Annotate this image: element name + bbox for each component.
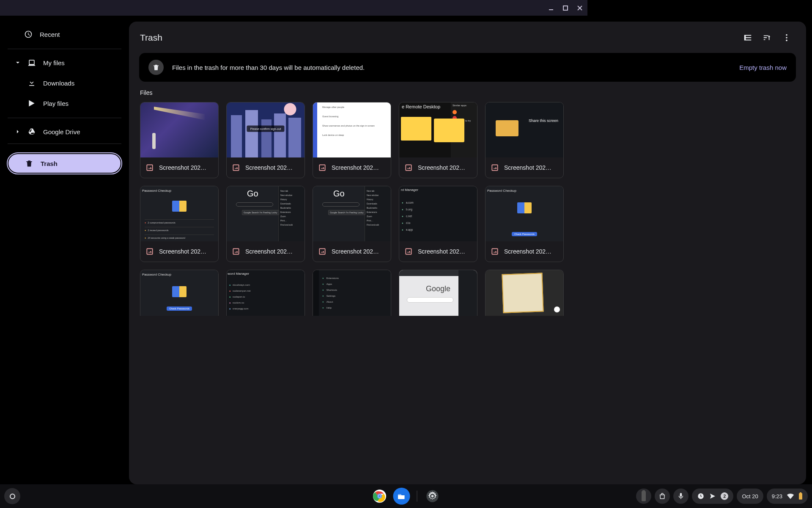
file-card[interactable]: Check PasswordsScreenshot 202…	[485, 186, 564, 262]
sidebar-label: My files	[43, 59, 65, 66]
sidebar-item-recent[interactable]: Recent	[8, 24, 121, 44]
file-card[interactable]	[399, 270, 477, 316]
file-footer: Screenshot 202…	[140, 157, 218, 178]
image-icon	[404, 247, 413, 256]
drive-icon	[27, 127, 36, 136]
clock-icon	[24, 30, 33, 39]
sidebar-label: Google Drive	[43, 128, 80, 135]
files-app: Recent My files Downloads Play files	[0, 16, 587, 367]
laptop-icon	[27, 58, 36, 67]
image-icon	[145, 247, 154, 256]
file-card[interactable]: Screenshot 202…	[485, 102, 564, 178]
file-card[interactable]: Check Passwords	[140, 270, 219, 316]
file-thumbnail	[399, 270, 477, 316]
image-icon	[145, 163, 154, 172]
file-name: Screenshot 202…	[159, 164, 206, 171]
file-thumbnail	[227, 102, 304, 157]
trash-banner: Files in the trash for more than 30 days…	[139, 53, 587, 82]
file-thumbnail	[486, 102, 563, 157]
file-card[interactable]	[485, 270, 564, 316]
sidebar-label: Recent	[40, 31, 60, 38]
file-name: Screenshot 202…	[245, 164, 293, 171]
sidebar-label: Downloads	[43, 80, 74, 87]
file-name: Screenshot 202…	[159, 248, 206, 255]
chevron-down-icon	[15, 61, 20, 65]
file-footer: Screenshot 202…	[140, 241, 218, 262]
file-thumbnail: New tabNew windowHistoryDownloadsBookmar…	[227, 186, 304, 241]
file-name: Screenshot 202…	[245, 248, 293, 255]
image-icon	[404, 163, 413, 172]
file-thumbnail: Check Passwords	[140, 270, 218, 316]
file-name: Screenshot 202…	[504, 248, 551, 255]
file-footer: Screenshot 202…	[227, 157, 304, 178]
file-thumbnail	[313, 102, 391, 157]
image-icon	[232, 163, 240, 172]
file-name: Screenshot 202…	[332, 164, 379, 171]
file-thumbnail: Check Passwords	[486, 186, 563, 241]
sidebar-item-downloads[interactable]: Downloads	[8, 73, 121, 93]
page-title: Trash	[140, 33, 587, 43]
file-card[interactable]: 2 compromised passwords2 reused password…	[140, 186, 219, 262]
file-footer: Screenshot 202…	[486, 241, 563, 262]
section-label: Files	[129, 82, 587, 99]
file-thumbnail: New tabNew windowHistoryDownloadsBookmar…	[313, 186, 391, 241]
file-footer: Screenshot 202…	[227, 241, 304, 262]
file-card[interactable]: Screenshot 202…	[140, 102, 219, 178]
main-panel: Trash Files in the trash for more than 3…	[129, 22, 587, 367]
file-card[interactable]: ExtensionsAppsShortcutsSettingsAboutHelp	[313, 270, 391, 316]
sidebar: Recent My files Downloads Play files	[0, 16, 129, 367]
svg-rect-1	[563, 6, 568, 10]
minimize-button[interactable]	[548, 5, 554, 11]
file-footer: Screenshot 202…	[313, 157, 391, 178]
image-icon	[318, 247, 326, 256]
maximize-button[interactable]	[562, 5, 569, 11]
file-thumbnail: a.comb.orgc.netd.ioe.app	[399, 186, 477, 241]
image-icon	[491, 163, 499, 172]
play-icon	[27, 99, 36, 108]
file-footer: Screenshot 202…	[399, 157, 477, 178]
image-icon	[491, 247, 499, 256]
image-icon	[318, 163, 326, 172]
file-card[interactable]: Screenshot 202…	[226, 102, 305, 178]
file-name: Screenshot 202…	[332, 248, 379, 255]
file-card[interactable]: New tabNew windowHistoryDownloadsBookmar…	[226, 186, 305, 262]
close-button[interactable]	[576, 5, 583, 11]
file-card[interactable]: a.comb.orgc.netd.ioe.appScreenshot 202…	[399, 186, 477, 262]
file-thumbnail	[399, 102, 477, 157]
sidebar-label: Trash	[41, 160, 58, 167]
file-card[interactable]: Screenshot 202…	[313, 102, 391, 178]
sidebar-item-gdrive[interactable]: Google Drive	[8, 121, 121, 142]
file-thumbnail: 2 compromised passwords2 reused password…	[140, 186, 218, 241]
file-thumbnail	[140, 102, 218, 157]
file-name: Screenshot 202…	[418, 164, 465, 171]
trash-icon	[25, 159, 34, 168]
sidebar-item-playfiles[interactable]: Play files	[8, 93, 121, 113]
file-thumbnail	[486, 270, 563, 316]
file-thumbnail: ExtensionsAppsShortcutsSettingsAboutHelp	[313, 270, 391, 316]
window-titlebar	[0, 0, 587, 16]
chevron-right-icon	[15, 130, 20, 134]
trash-icon	[148, 60, 164, 75]
file-card[interactable]: cloudways.comcodecanyon.netcodepen.iocoo…	[226, 270, 305, 316]
file-footer: Screenshot 202…	[313, 241, 391, 262]
main-header: Trash	[129, 22, 587, 51]
banner-message: Files in the trash for more than 30 days…	[172, 64, 587, 71]
sidebar-label: Play files	[43, 100, 69, 107]
file-footer: Screenshot 202…	[399, 241, 477, 262]
sidebar-item-myfiles[interactable]: My files	[8, 52, 121, 73]
file-name: Screenshot 202…	[418, 248, 465, 255]
image-icon	[232, 247, 240, 256]
file-footer: Screenshot 202…	[486, 157, 563, 178]
sidebar-item-trash[interactable]: Trash	[8, 153, 121, 174]
file-thumbnail: cloudways.comcodecanyon.netcodepen.iocoo…	[227, 270, 304, 316]
file-card[interactable]: Screenshot 202…	[399, 102, 477, 178]
file-card[interactable]: New tabNew windowHistoryDownloadsBookmar…	[313, 186, 391, 262]
download-icon	[27, 78, 36, 88]
file-name: Screenshot 202…	[504, 164, 551, 171]
file-grid: Screenshot 202…Screenshot 202…Screenshot…	[129, 99, 587, 316]
